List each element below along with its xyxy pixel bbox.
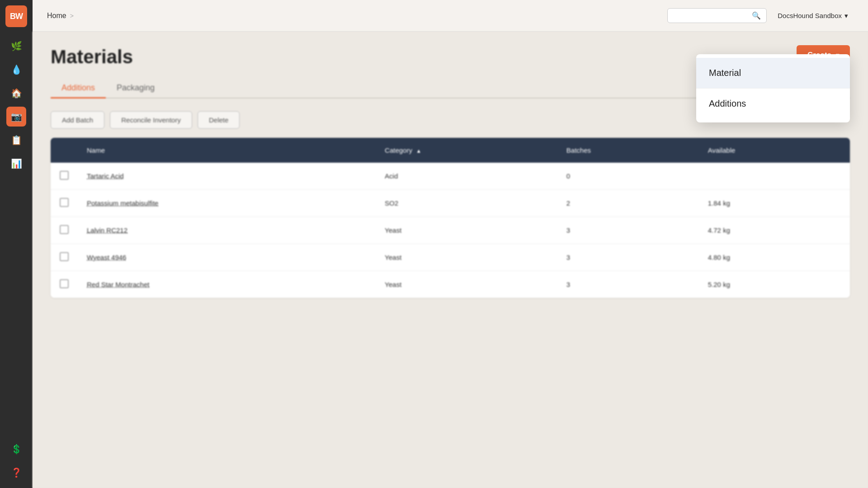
row-batches-1: 0	[557, 163, 699, 190]
sidebar-icon-help[interactable]: ❓	[6, 463, 26, 483]
row-3-checkbox[interactable]	[60, 225, 69, 234]
topbar: Home > 🔍 DocsHound Sandbox ▾	[33, 0, 868, 32]
col-checkbox[interactable]	[51, 138, 78, 163]
breadcrumb-home: Home	[47, 12, 66, 20]
row-checkbox-5[interactable]	[51, 271, 78, 298]
row-category-4: Yeast	[376, 244, 557, 271]
table-row: Tartaric Acid Acid 0	[51, 163, 850, 190]
row-name-3[interactable]: Lalvin RC212	[78, 217, 376, 244]
search-box[interactable]: 🔍	[667, 8, 767, 23]
add-batch-button[interactable]: Add Batch	[51, 111, 104, 129]
sidebar-icon-water[interactable]: 💧	[6, 60, 26, 80]
row-4-checkbox[interactable]	[60, 252, 69, 261]
col-category[interactable]: Category ▲	[376, 138, 557, 163]
create-dropdown-menu: Material Additions	[696, 54, 850, 122]
materials-table: Name Category ▲ Batches Available	[51, 138, 850, 298]
org-chevron-icon: ▾	[844, 12, 848, 20]
row-available-4: 4.80 kg	[699, 244, 850, 271]
row-batches-2: 2	[557, 190, 699, 217]
row-category-3: Yeast	[376, 217, 557, 244]
sidebar-icon-camera[interactable]: 📷	[6, 107, 26, 127]
sidebar-icon-dollar[interactable]: 💲	[6, 439, 26, 459]
col-available: Available	[699, 138, 850, 163]
row-checkbox-3[interactable]	[51, 217, 78, 244]
row-batches-5: 3	[557, 271, 699, 298]
row-name-1[interactable]: Tartaric Acid	[78, 163, 376, 190]
row-category-1: Acid	[376, 163, 557, 190]
col-batches: Batches	[557, 138, 699, 163]
reconcile-inventory-button[interactable]: Reconcile Inventory	[110, 111, 192, 129]
search-input[interactable]	[673, 12, 748, 19]
table-row: Red Star Montrachet Yeast 3 5.20 kg	[51, 271, 850, 298]
col-name: Name	[78, 138, 376, 163]
delete-button[interactable]: Delete	[198, 111, 240, 129]
tab-additions[interactable]: Additions	[51, 79, 106, 99]
sidebar-icon-building[interactable]: 🏠	[6, 83, 26, 103]
table-header-row: Name Category ▲ Batches Available	[51, 138, 850, 163]
table-row: Potassium metabisulfite SO2 2 1.84 kg	[51, 190, 850, 217]
breadcrumb-separator: >	[70, 12, 74, 19]
table-row: Lalvin RC212 Yeast 3 4.72 kg	[51, 217, 850, 244]
row-checkbox-2[interactable]	[51, 190, 78, 217]
dropdown-item-additions[interactable]: Additions	[696, 89, 850, 119]
table-row: Wyeast 4946 Yeast 3 4.80 kg	[51, 244, 850, 271]
row-batches-3: 3	[557, 217, 699, 244]
row-name-5[interactable]: Red Star Montrachet	[78, 271, 376, 298]
app-logo[interactable]: BW	[5, 5, 27, 27]
sidebar: BW 🌿 💧 🏠 📷 📋 📊 💲 ❓	[0, 0, 33, 488]
dropdown-item-material[interactable]: Material	[696, 58, 850, 89]
row-available-3: 4.72 kg	[699, 217, 850, 244]
row-available-2: 1.84 kg	[699, 190, 850, 217]
main-content: Home > 🔍 DocsHound Sandbox ▾ Materials A…	[33, 0, 868, 488]
sidebar-icon-report[interactable]: 📊	[6, 154, 26, 174]
sidebar-icon-clipboard[interactable]: 📋	[6, 130, 26, 150]
row-available-1	[699, 163, 850, 190]
table-body: Tartaric Acid Acid 0 Potassium metabisul…	[51, 163, 850, 298]
logo-text: BW	[10, 12, 23, 21]
row-available-5: 5.20 kg	[699, 271, 850, 298]
sort-icon: ▲	[416, 148, 421, 154]
row-5-checkbox[interactable]	[60, 279, 69, 288]
sidebar-icon-leaf[interactable]: 🌿	[6, 36, 26, 56]
row-checkbox-1[interactable]	[51, 163, 78, 190]
tab-packaging[interactable]: Packaging	[106, 79, 165, 99]
breadcrumb[interactable]: Home >	[47, 12, 74, 20]
search-icon: 🔍	[752, 11, 761, 20]
row-name-4[interactable]: Wyeast 4946	[78, 244, 376, 271]
row-category-2: SO2	[376, 190, 557, 217]
row-batches-4: 3	[557, 244, 699, 271]
row-name-2[interactable]: Potassium metabisulfite	[78, 190, 376, 217]
org-selector[interactable]: DocsHound Sandbox ▾	[772, 9, 854, 23]
row-1-checkbox[interactable]	[60, 171, 69, 180]
row-category-5: Yeast	[376, 271, 557, 298]
select-all-checkbox[interactable]	[60, 145, 69, 154]
row-2-checkbox[interactable]	[60, 198, 69, 207]
org-name: DocsHound Sandbox	[778, 12, 842, 19]
materials-table-container: Name Category ▲ Batches Available	[51, 138, 850, 298]
row-checkbox-4[interactable]	[51, 244, 78, 271]
